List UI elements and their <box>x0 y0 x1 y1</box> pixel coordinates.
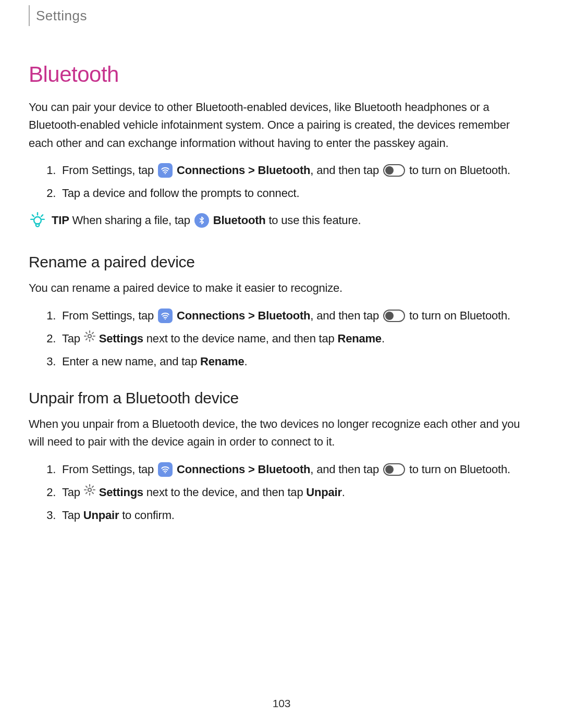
step-item: Tap Settings next to the device, and the… <box>59 484 534 501</box>
section-intro: When you unpair from a Bluetooth device,… <box>29 415 534 451</box>
gear-icon <box>83 486 99 499</box>
step-text: , and then tap <box>310 164 382 177</box>
bluetooth-icon <box>194 213 209 228</box>
tip-label: TIP <box>52 214 69 227</box>
toggle-off-icon <box>383 164 405 177</box>
toggle-off-icon <box>383 463 405 476</box>
wifi-icon <box>158 163 173 178</box>
svg-point-10 <box>88 488 91 491</box>
breadcrumb: Settings <box>29 5 534 26</box>
step-text: Tap <box>62 332 83 345</box>
step-text: next to the device name, and then tap <box>143 332 338 345</box>
step-bold: Rename <box>200 355 244 368</box>
step-text: . <box>382 332 385 345</box>
tip-bold: Bluetooth <box>210 214 266 227</box>
svg-point-1 <box>34 217 41 224</box>
step-item: From Settings, tap Connections > Bluetoo… <box>59 162 534 179</box>
step-text: to confirm. <box>119 509 174 522</box>
wifi-icon <box>158 309 173 323</box>
wifi-icon <box>158 462 173 477</box>
svg-point-9 <box>165 472 166 473</box>
section-heading-rename: Rename a paired device <box>29 250 534 275</box>
steps-list-unpair: From Settings, tap Connections > Bluetoo… <box>29 461 534 524</box>
svg-line-5 <box>32 215 34 216</box>
step-text: Tap <box>62 509 83 522</box>
toggle-off-icon <box>383 310 405 322</box>
step-text: to turn on Bluetooth. <box>406 463 510 476</box>
svg-point-0 <box>165 173 166 174</box>
tip-body: When sharing a file, tap <box>69 214 193 227</box>
section-heading-unpair: Unpair from a Bluetooth device <box>29 386 534 411</box>
step-bold: Settings <box>99 486 143 499</box>
lightbulb-icon <box>29 212 46 235</box>
step-text: From Settings, tap <box>62 164 157 177</box>
svg-point-8 <box>88 334 91 337</box>
tip-text: TIP When sharing a file, tap Bluetooth t… <box>52 212 534 229</box>
steps-list-rename: From Settings, tap Connections > Bluetoo… <box>29 307 534 371</box>
step-text: , and then tap <box>310 309 382 322</box>
steps-list-main: From Settings, tap Connections > Bluetoo… <box>29 162 534 202</box>
step-bold: Connections > Bluetooth <box>174 309 310 322</box>
tip-callout: TIP When sharing a file, tap Bluetooth t… <box>29 212 534 235</box>
step-text: to turn on Bluetooth. <box>406 164 510 177</box>
step-text: to turn on Bluetooth. <box>406 309 510 322</box>
step-bold: Unpair <box>306 486 341 499</box>
step-item: Tap a device and follow the prompts to c… <box>59 184 534 202</box>
step-item: Enter a new name, and tap Rename. <box>59 353 534 371</box>
page-number: 103 <box>0 695 563 712</box>
tip-body: to use this feature. <box>266 214 361 227</box>
step-item: Tap Unpair to confirm. <box>59 507 534 524</box>
step-item: Tap Settings next to the device name, an… <box>59 330 534 348</box>
svg-point-7 <box>165 318 166 319</box>
step-text: From Settings, tap <box>62 309 157 322</box>
step-text: . <box>342 486 345 499</box>
step-text: . <box>244 355 248 368</box>
step-text: Tap <box>62 486 83 499</box>
step-text: From Settings, tap <box>62 463 157 476</box>
intro-paragraph: You can pair your device to other Blueto… <box>29 98 534 152</box>
step-text: next to the device, and then tap <box>143 486 306 499</box>
step-bold: Unpair <box>83 509 119 522</box>
step-item: From Settings, tap Connections > Bluetoo… <box>59 307 534 325</box>
step-text: Enter a new name, and tap <box>62 355 200 368</box>
step-bold: Rename <box>337 332 381 345</box>
step-item: From Settings, tap Connections > Bluetoo… <box>59 461 534 478</box>
step-bold: Settings <box>99 332 143 345</box>
svg-line-6 <box>41 215 43 216</box>
page-title: Bluetooth <box>29 57 534 91</box>
step-bold: Connections > Bluetooth <box>174 164 310 177</box>
gear-icon <box>83 332 99 345</box>
step-bold: Connections > Bluetooth <box>174 463 310 476</box>
section-intro: You can rename a paired device to make i… <box>29 279 534 297</box>
step-text: , and then tap <box>310 463 382 476</box>
